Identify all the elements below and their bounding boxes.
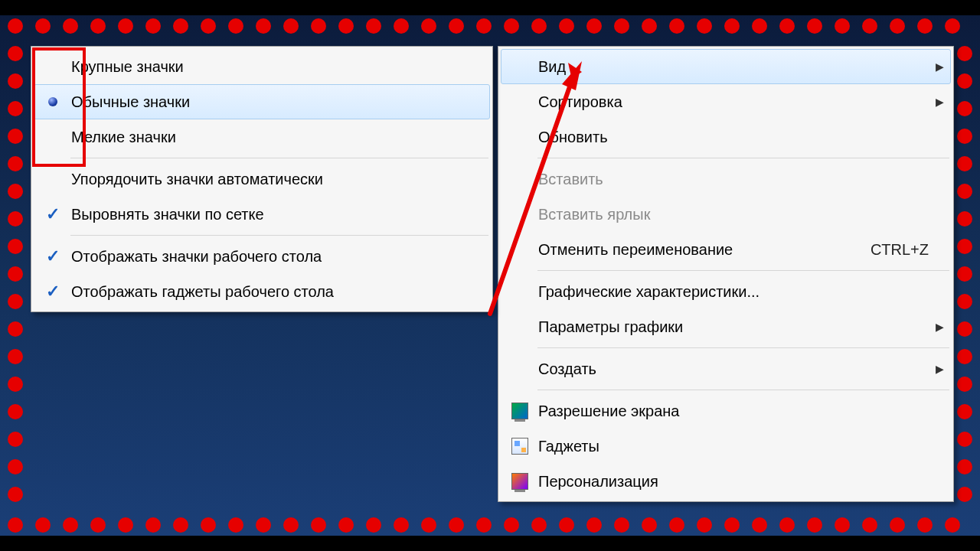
menu-item-label: Создать bbox=[538, 360, 950, 378]
view-submenu[interactable]: Крупные значкиОбычные значкиМелкие значк… bbox=[31, 46, 493, 312]
svg-point-12 bbox=[173, 18, 188, 34]
svg-point-24 bbox=[338, 18, 354, 34]
submenu-arrow-icon: ▶ bbox=[936, 321, 944, 333]
svg-point-58 bbox=[807, 18, 822, 34]
svg-point-70 bbox=[8, 46, 23, 61]
svg-point-43 bbox=[586, 517, 602, 533]
svg-point-55 bbox=[752, 517, 767, 533]
svg-point-45 bbox=[614, 517, 629, 533]
svg-point-99 bbox=[957, 432, 972, 447]
submenu-arrow-icon: ▶ bbox=[936, 363, 944, 375]
context-menu-item-2[interactable]: Обновить bbox=[501, 119, 951, 155]
letterbox-bottom bbox=[0, 536, 980, 551]
svg-point-28 bbox=[394, 18, 409, 34]
context-menu-item-15[interactable]: Персонализация bbox=[501, 464, 951, 499]
context-menu-separator bbox=[537, 158, 949, 158]
view-submenu-item-8[interactable]: ✓Отображать гаджеты рабочего стола bbox=[34, 274, 490, 309]
desktop-context-menu[interactable]: Вид▶Сортировка▶ОбновитьВставитьВставить … bbox=[498, 46, 954, 502]
svg-point-17 bbox=[228, 517, 243, 533]
svg-point-102 bbox=[8, 487, 23, 502]
svg-point-34 bbox=[476, 18, 492, 34]
svg-point-13 bbox=[173, 517, 188, 533]
view-submenu-item-5[interactable]: ✓Выровнять значки по сетке bbox=[34, 197, 490, 232]
svg-point-94 bbox=[8, 377, 23, 392]
menu-item-label: Гаджеты bbox=[538, 438, 950, 455]
view-submenu-item-2[interactable]: Мелкие значки bbox=[34, 119, 490, 155]
svg-point-26 bbox=[366, 18, 381, 34]
gadget-icon bbox=[511, 438, 528, 455]
svg-point-19 bbox=[256, 517, 271, 533]
view-submenu-item-4[interactable]: Упорядочить значки автоматически bbox=[34, 161, 490, 197]
svg-point-42 bbox=[586, 18, 602, 34]
menu-item-label: Вставить ярлык bbox=[538, 206, 950, 223]
svg-point-11 bbox=[145, 517, 161, 533]
desktop-stage: Вид▶Сортировка▶ОбновитьВставитьВставить … bbox=[0, 0, 980, 551]
menu-item-label: Обычные значки bbox=[71, 93, 489, 111]
svg-point-77 bbox=[957, 129, 972, 144]
svg-point-103 bbox=[957, 487, 972, 502]
context-menu-item-0[interactable]: Вид▶ bbox=[501, 49, 951, 84]
view-submenu-item-0[interactable]: Крупные значки bbox=[34, 49, 490, 84]
context-menu-item-14[interactable]: Гаджеты bbox=[501, 429, 951, 464]
svg-point-44 bbox=[614, 18, 629, 34]
menu-item-label: Мелкие значки bbox=[71, 129, 489, 146]
svg-point-87 bbox=[957, 266, 972, 282]
svg-point-60 bbox=[835, 18, 850, 34]
svg-point-100 bbox=[8, 459, 23, 474]
svg-point-92 bbox=[8, 349, 23, 364]
svg-point-101 bbox=[957, 459, 972, 474]
svg-point-68 bbox=[945, 18, 960, 34]
svg-point-49 bbox=[669, 517, 684, 533]
svg-point-72 bbox=[8, 73, 23, 89]
letterbox-top bbox=[0, 0, 980, 15]
svg-point-66 bbox=[917, 18, 933, 34]
menu-item-label: Выровнять значки по сетке bbox=[71, 206, 489, 223]
svg-point-97 bbox=[957, 404, 972, 419]
svg-point-89 bbox=[957, 294, 972, 309]
svg-point-9 bbox=[118, 517, 133, 533]
submenu-arrow-icon: ▶ bbox=[936, 60, 944, 73]
svg-point-14 bbox=[201, 18, 216, 34]
menu-item-label: Обновить bbox=[538, 129, 950, 146]
context-menu-item-9[interactable]: Параметры графики▶ bbox=[501, 309, 951, 344]
view-submenu-item-1[interactable]: Обычные значки bbox=[34, 84, 490, 119]
svg-point-64 bbox=[890, 18, 905, 34]
svg-point-57 bbox=[779, 517, 795, 533]
context-menu-item-6[interactable]: Отменить переименованиеCTRL+Z bbox=[501, 232, 951, 267]
menu-item-gutter bbox=[501, 403, 538, 419]
svg-point-75 bbox=[957, 101, 972, 116]
context-menu-item-13[interactable]: Разрешение экрана bbox=[501, 393, 951, 429]
context-menu-item-5: Вставить ярлык bbox=[501, 197, 951, 232]
menu-item-gutter: ✓ bbox=[34, 283, 71, 300]
svg-point-20 bbox=[283, 18, 299, 34]
svg-point-41 bbox=[559, 517, 574, 533]
svg-point-15 bbox=[201, 517, 216, 533]
svg-point-67 bbox=[917, 517, 933, 533]
menu-item-gutter bbox=[501, 473, 538, 490]
svg-point-8 bbox=[118, 18, 133, 34]
svg-point-61 bbox=[835, 517, 850, 533]
svg-point-56 bbox=[779, 18, 795, 34]
view-submenu-item-7[interactable]: ✓Отображать значки рабочего стола bbox=[34, 239, 490, 274]
context-menu-item-8[interactable]: Графические характеристики... bbox=[501, 274, 951, 309]
menu-item-gutter bbox=[501, 438, 538, 455]
context-menu-separator bbox=[537, 347, 949, 348]
menu-item-label: Графические характеристики... bbox=[538, 283, 950, 301]
svg-point-62 bbox=[862, 18, 877, 34]
svg-point-38 bbox=[531, 18, 547, 34]
svg-point-98 bbox=[8, 432, 23, 447]
context-menu-separator bbox=[537, 390, 949, 390]
svg-point-21 bbox=[283, 517, 299, 533]
svg-point-74 bbox=[8, 101, 23, 116]
context-menu-item-11[interactable]: Создать▶ bbox=[501, 351, 951, 386]
svg-point-83 bbox=[957, 211, 972, 227]
radio-bullet-icon bbox=[48, 97, 57, 106]
svg-point-25 bbox=[338, 517, 354, 533]
menu-item-label: Параметры графики bbox=[538, 318, 950, 336]
svg-point-88 bbox=[8, 294, 23, 309]
context-menu-item-1[interactable]: Сортировка▶ bbox=[501, 84, 951, 119]
menu-item-label: Отображать гаджеты рабочего стола bbox=[71, 283, 489, 301]
svg-point-54 bbox=[752, 18, 767, 34]
svg-point-93 bbox=[957, 349, 972, 364]
svg-point-80 bbox=[8, 184, 23, 199]
